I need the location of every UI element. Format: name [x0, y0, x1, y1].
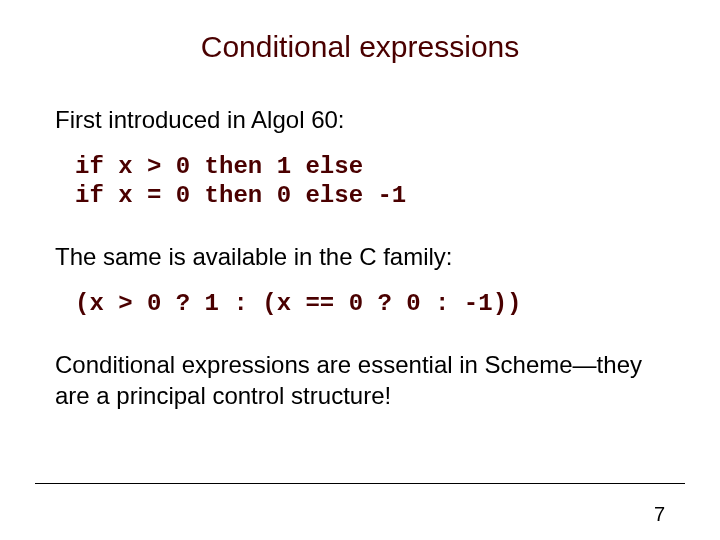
intro-text: First introduced in Algol 60: — [55, 104, 665, 135]
slide-title: Conditional expressions — [55, 30, 665, 64]
c-code-block: (x > 0 ? 1 : (x == 0 ? 0 : -1)) — [75, 290, 665, 319]
algol-code-block: if x > 0 then 1 else if x = 0 then 0 els… — [75, 153, 665, 211]
c-family-text: The same is available in the C family: — [55, 241, 665, 272]
page-number: 7 — [654, 503, 665, 526]
slide: Conditional expressions First introduced… — [0, 0, 720, 540]
scheme-text: Conditional expressions are essential in… — [55, 349, 665, 411]
footer-rule — [35, 483, 685, 484]
